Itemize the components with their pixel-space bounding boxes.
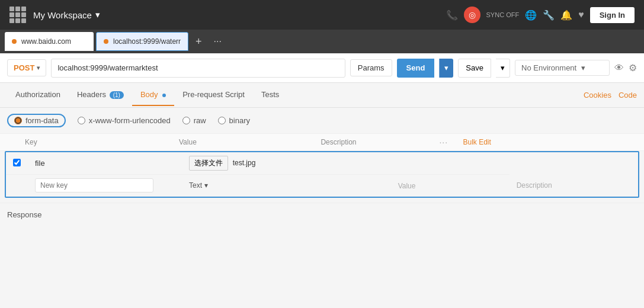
three-dots-header: ···: [432, 134, 456, 151]
tab-tests[interactable]: Tests: [253, 84, 287, 106]
form-table: Key Value Description ··· Bulk Edit: [0, 134, 644, 151]
binary-option[interactable]: binary: [218, 116, 250, 125]
env-chevron: ▾: [581, 63, 585, 72]
sync-label: SYNC OFF: [486, 11, 520, 18]
save-button[interactable]: Save: [458, 59, 491, 78]
tabs-bar: www.baidu.com localhost:9999/waterr + ··…: [0, 30, 644, 53]
new-type-cell: Text ▾: [182, 175, 391, 197]
raw-radio[interactable]: [182, 117, 190, 124]
body-options: form-data x-www-form-urlencoded raw bina…: [0, 108, 644, 134]
value-placeholder: Value: [398, 182, 416, 190]
tab-dot-baidu: [12, 39, 17, 44]
phone-icon[interactable]: 📞: [446, 9, 458, 21]
wrench-icon[interactable]: 🔧: [543, 9, 555, 21]
choose-file-button[interactable]: 选择文件: [189, 156, 228, 171]
env-eye-icon[interactable]: 👁: [614, 63, 624, 73]
key-header: Key: [18, 134, 172, 151]
sync-button[interactable]: ◎: [464, 7, 480, 23]
form-data-label: form-data: [25, 116, 59, 125]
tab-headers[interactable]: Headers (1): [69, 84, 132, 106]
table-row: file 选择文件 test.jpg: [6, 152, 638, 175]
row-value-cell: 选择文件 test.jpg: [182, 152, 391, 175]
file-name-label: test.jpg: [233, 159, 256, 167]
bulk-edit-link[interactable]: Bulk Edit: [463, 138, 491, 146]
bulk-edit-header: Bulk Edit: [456, 134, 644, 151]
tab-add-button[interactable]: +: [191, 33, 207, 50]
address-bar: POST ▾ Params Send ▾ Save ▾ No Environme…: [0, 53, 644, 83]
form-data-rows-border: file 选择文件 test.jpg: [5, 151, 639, 198]
row-checkbox[interactable]: [13, 159, 21, 166]
new-key-row: Text ▾ Value Description: [6, 175, 638, 197]
row-key-value: file: [35, 159, 45, 168]
code-link[interactable]: Code: [619, 91, 637, 100]
tab-baidu[interactable]: www.baidu.com: [5, 32, 94, 51]
method-label: POST: [14, 63, 34, 72]
topbar-right: 📞 ◎ SYNC OFF 🌐 🔧 🔔 ♥ Sign In: [446, 7, 635, 23]
grid-icon[interactable]: [9, 7, 26, 23]
type-label: Text: [189, 181, 202, 190]
new-key-input[interactable]: [35, 178, 153, 192]
top-navigation: My Workspace ▾ 📞 ◎ SYNC OFF 🌐 🔧 🔔 ♥ Sign…: [0, 0, 644, 30]
type-dropdown-button[interactable]: Text ▾: [189, 181, 208, 190]
form-data-table-area: Key Value Description ··· Bulk Edit: [0, 134, 644, 198]
tab-prerequest[interactable]: Pre-request Script: [174, 84, 253, 106]
workspace-label[interactable]: My Workspace ▾: [33, 9, 100, 20]
type-chevron: ▾: [204, 181, 208, 190]
row-desc-cell: [391, 152, 510, 175]
url-input[interactable]: [51, 59, 345, 78]
env-gear-icon[interactable]: ⚙: [629, 62, 637, 73]
env-selector[interactable]: No Environment ▾: [515, 60, 610, 76]
tab-dot-localhost: [104, 39, 108, 44]
params-button[interactable]: Params: [350, 59, 392, 76]
tab-authorization-label: Authorization: [15, 90, 60, 99]
row-key-cell: file: [28, 152, 182, 175]
bell-icon[interactable]: 🔔: [560, 9, 572, 21]
new-checkbox-cell: [6, 175, 28, 197]
checkbox-header: [0, 134, 18, 151]
desc-header: Description: [313, 134, 432, 151]
heart-icon[interactable]: ♥: [578, 9, 584, 20]
method-button[interactable]: POST ▾: [7, 59, 46, 76]
tab-localhost[interactable]: localhost:9999/waterr: [96, 32, 188, 51]
method-chevron: ▾: [37, 65, 40, 71]
signin-button[interactable]: Sign In: [590, 7, 635, 23]
workspace-name: My Workspace: [33, 10, 92, 20]
tab-more-button[interactable]: ···: [209, 34, 226, 49]
urlencoded-option[interactable]: x-www-form-urlencoded: [78, 116, 171, 125]
cookies-link[interactable]: Cookies: [584, 91, 611, 100]
tab-label-localhost: localhost:9999/waterr: [113, 37, 181, 46]
tab-body[interactable]: Body: [132, 84, 174, 106]
raw-option[interactable]: raw: [182, 116, 206, 125]
env-label: No Environment: [521, 63, 576, 72]
headers-badge: (1): [110, 91, 124, 99]
binary-radio[interactable]: [218, 117, 226, 124]
value-header: Value: [172, 134, 313, 151]
table-header-row: Key Value Description ··· Bulk Edit: [0, 134, 644, 151]
form-data-option[interactable]: form-data: [7, 114, 66, 127]
send-dropdown-button[interactable]: ▾: [439, 59, 453, 78]
request-tabs: Authorization Headers (1) Body Pre-reque…: [0, 83, 644, 108]
tab-tests-label: Tests: [261, 90, 279, 99]
workspace-chevron: ▾: [95, 9, 100, 20]
tab-label-baidu: www.baidu.com: [21, 37, 71, 46]
send-button[interactable]: Send: [397, 59, 435, 78]
tab-body-label: Body: [140, 90, 158, 99]
globe-icon[interactable]: 🌐: [525, 9, 537, 21]
desc-placeholder: Description: [517, 181, 552, 190]
response-section: Response: [0, 203, 644, 226]
form-data-rows-table: file 选择文件 test.jpg: [6, 152, 638, 197]
response-label: Response: [7, 210, 42, 219]
save-dropdown-button[interactable]: ▾: [496, 59, 510, 78]
tab-prerequest-label: Pre-request Script: [182, 90, 245, 99]
tab-headers-label: Headers: [77, 90, 106, 99]
binary-label: binary: [229, 116, 250, 125]
tab-authorization[interactable]: Authorization: [7, 84, 69, 106]
sync-inner-icon: ◎: [469, 10, 476, 20]
new-key-cell: [28, 175, 182, 197]
urlencoded-radio[interactable]: [78, 117, 85, 124]
row-checkbox-cell: [6, 152, 28, 175]
new-value-cell: Value: [391, 175, 510, 197]
three-dots-icon: ···: [439, 137, 448, 147]
raw-label: raw: [194, 116, 206, 125]
form-data-radio[interactable]: [14, 117, 22, 124]
